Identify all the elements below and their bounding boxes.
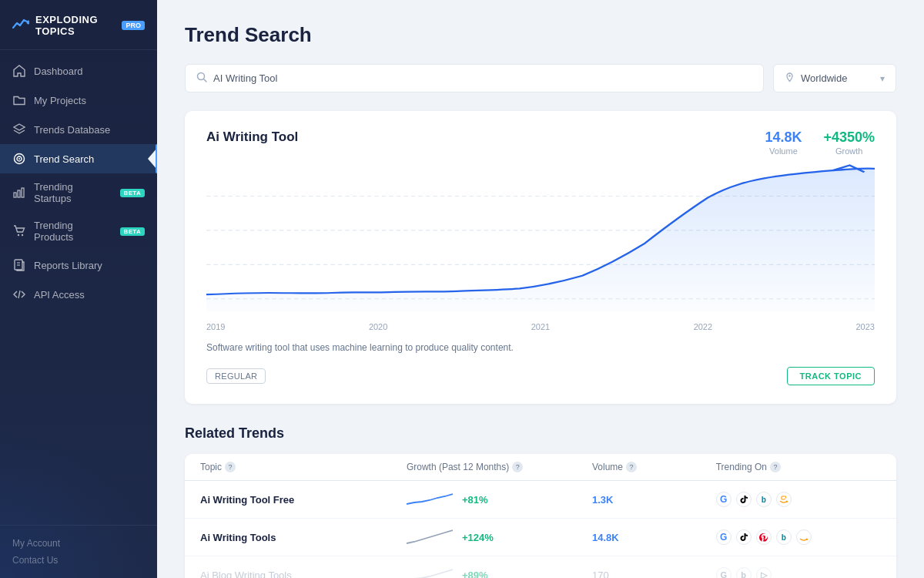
sidebar-item-trending-startups[interactable]: Trending Startups BETA [0,173,157,212]
search-row: Worldwide ▾ [185,64,896,92]
products-beta-badge: BETA [120,227,145,236]
trend-card-footer: REGULAR TRACK TOPIC [206,367,875,385]
th-volume: Volume ? [592,462,716,472]
platform-muted-bing-2[interactable]: b [736,567,752,578]
pro-badge: PRO [122,21,145,30]
trend-description: Software writing tool that uses machine … [206,342,875,353]
location-pin-icon [785,72,795,86]
table-row: Ai Writing Tool Free +81% 1.3K G b [185,481,896,519]
regular-badge: REGULAR [206,368,266,384]
growth-stat: +4350% Growth [823,129,875,156]
search-input[interactable] [213,65,752,92]
x-label-2020: 2020 [369,322,387,331]
row-topic-1[interactable]: Ai Writing Tools [200,532,407,543]
svg-line-15 [204,79,207,82]
sidebar-label-trends-database: Trends Database [34,124,110,136]
platform-bing-1[interactable]: b [776,529,792,545]
sidebar-item-reports-library[interactable]: Reports Library [0,250,157,280]
x-label-2019: 2019 [206,322,225,331]
row-topic-0[interactable]: Ai Writing Tool Free [200,494,407,506]
logo-icon [12,17,29,35]
location-text: Worldwide [801,72,874,84]
x-label-2023: 2023 [856,322,875,331]
cart-icon [12,224,26,238]
track-topic-button[interactable]: TRACK TOPIC [787,367,875,385]
sidebar-label-trending-products: Trending Products [34,220,112,243]
platform-bing-0[interactable]: b [756,492,772,507]
target-icon [12,152,26,166]
page-title: Trend Search [185,23,896,47]
platform-google-0[interactable]: G [716,492,732,507]
th-volume-help[interactable]: ? [626,462,637,472]
contact-us-link[interactable]: Contact Us [12,552,145,569]
growth-cell-2: +89% [407,566,592,578]
chart-bar-icon [12,186,26,200]
trending-on-2: G b ▷ [716,567,881,578]
svg-line-13 [18,291,20,298]
location-select[interactable]: Worldwide ▾ [773,64,896,92]
svg-rect-5 [14,193,16,197]
sidebar-label-trending-startups: Trending Startups [34,181,112,204]
growth-pct-0: +81% [462,494,488,506]
mini-chart-0 [407,490,453,509]
sidebar-label-reports-library: Reports Library [34,260,102,271]
book-icon [12,258,26,272]
sidebar-item-dashboard[interactable]: Dashboard [0,56,157,86]
volume-cell-0: 1.3K [592,494,716,506]
my-account-link[interactable]: My Account [12,535,145,552]
sidebar-item-api-access[interactable]: API Access [0,280,157,309]
startups-beta-badge: BETA [120,189,145,197]
logo-area: EXPLODING TOPICS PRO [0,0,157,50]
th-trending-on-help[interactable]: ? [770,462,781,472]
platform-muted-amazon-2[interactable]: ▷ [756,567,772,578]
th-trending-on: Trending On ? [716,462,881,472]
trending-on-1: G b [716,529,881,545]
related-trends-title: Related Trends [185,425,896,442]
growth-value: +4350% [823,129,875,146]
x-label-2022: 2022 [694,322,712,331]
trend-card-header: Ai Writing Tool 14.8K Volume +4350% Grow… [206,129,875,156]
code-icon [12,287,26,301]
growth-pct-2: +89% [462,570,488,579]
platform-tiktok-1[interactable] [736,529,752,545]
trend-chart [206,162,875,316]
th-topic: Topic ? [200,462,407,472]
svg-rect-6 [18,190,20,197]
sidebar-item-trend-search[interactable]: Trend Search [0,144,157,173]
chevron-down-icon: ▾ [880,73,885,84]
platform-muted-g-2[interactable]: G [716,567,732,578]
trend-card-title: Ai Writing Tool [206,129,298,145]
volume-stat: 14.8K Volume [765,129,802,156]
sidebar-item-my-projects[interactable]: My Projects [0,86,157,115]
mini-chart-2 [407,566,453,578]
svg-point-9 [22,234,23,236]
svg-point-16 [788,75,790,76]
volume-value: 14.8K [765,129,802,146]
sidebar-item-trends-database[interactable]: Trends Database [0,115,157,144]
platform-amazon-1[interactable] [796,529,812,545]
platform-google-1[interactable]: G [716,529,732,545]
mini-chart-1 [407,528,453,546]
x-axis-labels: 2019 2020 2021 2022 2023 [206,319,875,331]
row-topic-2[interactable]: Ai Blog Writing Tools [200,570,407,579]
th-topic-help[interactable]: ? [225,462,236,472]
sidebar: EXPLODING TOPICS PRO Dashboard My Projec… [0,0,157,578]
svg-point-8 [18,234,19,236]
sidebar-bottom: My Account Contact Us [0,525,157,578]
platform-tiktok-0[interactable] [736,492,752,507]
logo-text: EXPLODING TOPICS [35,14,112,37]
sidebar-item-trending-products[interactable]: Trending Products BETA [0,212,157,250]
sidebar-label-dashboard: Dashboard [34,66,83,77]
search-icon [196,72,207,86]
platform-pinterest-1[interactable] [756,529,772,545]
platform-amazon-0[interactable] [776,492,792,507]
trend-stats: 14.8K Volume +4350% Growth [765,129,875,156]
growth-cell-0: +81% [407,490,592,509]
th-growth-help[interactable]: ? [512,462,523,472]
sidebar-label-trend-search: Trend Search [34,153,94,165]
table-header: Topic ? Growth (Past 12 Months) ? Volume… [185,454,896,481]
sidebar-label-api-access: API Access [34,289,85,301]
search-input-wrap [185,64,764,92]
main-content: Trend Search Worldwide ▾ Ai Writing Tool… [157,0,924,578]
related-trends-section: Related Trends Topic ? Growth (Past 12 M… [185,425,896,578]
